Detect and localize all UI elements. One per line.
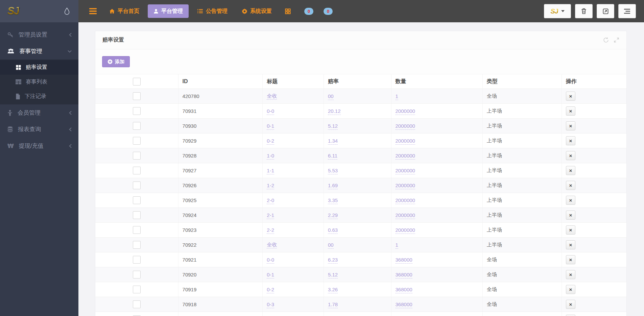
cell-odds-link[interactable]: 3.35 [328, 197, 338, 204]
sidebar-item-report-query[interactable]: 报表查询 [0, 121, 78, 138]
user-dropdown-button[interactable]: SJ [544, 4, 571, 18]
delete-row-button[interactable]: × [566, 255, 575, 264]
cell-title-link[interactable]: 1-2 [267, 183, 274, 189]
expand-icon[interactable] [614, 37, 619, 43]
hamburger-icon[interactable] [84, 8, 102, 14]
delete-row-button[interactable]: × [566, 106, 575, 116]
grid-icon[interactable] [280, 8, 295, 14]
cell-amount-link[interactable]: 2000000 [396, 138, 415, 145]
row-checkbox[interactable] [133, 107, 141, 115]
row-checkbox[interactable] [133, 300, 141, 308]
delete-row-button[interactable]: × [566, 121, 575, 130]
cell-title-link[interactable]: 全收 [267, 93, 277, 100]
notification-badge-2[interactable]: 0 [324, 8, 333, 15]
cell-odds-link[interactable]: 0.63 [328, 227, 338, 234]
row-checkbox[interactable] [133, 271, 141, 278]
sidebar-item-member-manage[interactable]: 会员管理 [0, 104, 78, 121]
nav-tab-platform-home[interactable]: 平台首页 [103, 4, 145, 18]
sidebar-subitem-bet-records[interactable]: 下注记录 [0, 89, 78, 104]
row-checkbox[interactable] [133, 286, 141, 293]
cell-odds-link[interactable]: 6.11 [328, 153, 337, 160]
row-checkbox[interactable] [133, 167, 141, 174]
cell-odds-link[interactable]: 1.34 [328, 138, 338, 145]
cell-amount-link[interactable]: 2000000 [396, 168, 415, 174]
delete-row-button[interactable]: × [566, 300, 575, 309]
delete-row-button[interactable]: × [566, 270, 575, 279]
menu-lines-button[interactable] [618, 4, 636, 18]
cell-amount-link[interactable]: 368000 [396, 287, 412, 293]
cell-amount-link[interactable]: 1 [396, 242, 398, 249]
cell-title-link[interactable]: 0-0 [267, 257, 274, 264]
refresh-icon[interactable] [603, 37, 609, 43]
delete-row-button[interactable]: × [566, 240, 575, 249]
cell-amount-link[interactable]: 368000 [396, 272, 412, 278]
cell-odds-link[interactable]: 20.12 [328, 108, 341, 115]
delete-row-button[interactable]: × [566, 92, 575, 101]
cell-amount-link[interactable]: 2000000 [396, 212, 415, 219]
cell-odds-link[interactable]: 5.53 [328, 168, 338, 174]
row-checkbox[interactable] [133, 92, 141, 100]
cell-odds-link[interactable]: 2.29 [328, 212, 338, 219]
cell-amount-link[interactable]: 2000000 [396, 227, 415, 234]
cell-odds-link[interactable]: 1.78 [328, 301, 338, 308]
row-checkbox[interactable] [133, 256, 141, 264]
external-link-button[interactable] [597, 4, 614, 18]
nav-tab-system-settings[interactable]: 系统设置 [236, 4, 278, 18]
cell-title-link[interactable]: 1-0 [267, 153, 274, 160]
row-checkbox[interactable] [133, 241, 141, 249]
notification-badge-1[interactable]: 0 [304, 8, 313, 15]
trash-button[interactable] [575, 4, 593, 18]
sidebar-subitem-odds-settings[interactable]: 赔率设置 [0, 60, 78, 75]
row-checkbox[interactable] [133, 196, 141, 204]
cell-amount-link[interactable]: 2000000 [396, 197, 415, 204]
cell-title-link[interactable]: 2-1 [267, 212, 274, 219]
cell-amount-link[interactable]: 2000000 [396, 183, 415, 189]
cell-amount-link[interactable]: 1 [396, 93, 398, 100]
cell-title-link[interactable]: 0-1 [267, 123, 274, 130]
cell-title-link[interactable]: 0-2 [267, 287, 274, 293]
delete-row-button[interactable]: × [566, 181, 575, 190]
nav-tab-announcement-manage[interactable]: 公告管理 [191, 4, 233, 18]
delete-row-button[interactable]: × [566, 211, 575, 220]
row-checkbox[interactable] [133, 137, 141, 145]
cell-amount-link[interactable]: 368000 [396, 257, 412, 264]
sidebar-item-withdraw-deposit[interactable]: ₩ 提现/充值 [0, 138, 78, 154]
cell-odds-link[interactable]: 5.12 [328, 272, 338, 278]
sidebar-item-admin-settings[interactable]: 管理员设置 [0, 26, 78, 43]
row-checkbox[interactable] [133, 152, 141, 160]
cell-amount-link[interactable]: 2000000 [396, 153, 415, 160]
cell-title-link[interactable]: 1-1 [267, 168, 274, 174]
cell-amount-link[interactable]: 2000000 [396, 123, 415, 130]
sidebar-subitem-match-list[interactable]: 赛事列表 [0, 75, 78, 89]
cell-odds-link[interactable]: 3.26 [328, 287, 338, 293]
row-checkbox[interactable] [133, 122, 141, 130]
cell-title-link[interactable]: 0-1 [267, 272, 274, 278]
row-checkbox[interactable] [133, 181, 141, 189]
delete-row-button[interactable]: × [566, 151, 575, 160]
delete-row-button[interactable]: × [566, 196, 575, 205]
delete-row-button[interactable]: × [566, 136, 575, 145]
cell-title-link[interactable]: 2-0 [267, 197, 274, 204]
cell-amount-link[interactable]: 368000 [396, 301, 412, 308]
cell-title-link[interactable]: 2-2 [267, 227, 274, 234]
select-all-checkbox[interactable] [133, 78, 141, 86]
row-checkbox[interactable] [133, 226, 141, 234]
cell-amount-link[interactable]: 2000000 [396, 108, 415, 115]
nav-tab-platform-manage[interactable]: 平台管理 [148, 4, 189, 18]
cell-odds-link[interactable]: 00 [328, 242, 334, 249]
cell-title-link[interactable]: 0-0 [267, 108, 274, 115]
delete-row-button[interactable]: × [566, 285, 575, 294]
cell-odds-link[interactable]: 1.69 [328, 183, 338, 189]
row-checkbox[interactable] [133, 211, 141, 219]
cell-title-link[interactable]: 0-2 [267, 138, 274, 145]
cell-odds-link[interactable]: 6.23 [328, 257, 338, 264]
add-button[interactable]: 添加 [102, 56, 130, 67]
cell-title-link[interactable]: 0-3 [267, 301, 274, 308]
sidebar-item-match-manage[interactable]: 赛事管理 [0, 43, 78, 59]
cell-title-link[interactable]: 全收 [267, 242, 277, 248]
delete-row-button[interactable]: × [566, 315, 575, 316]
cell-odds-link[interactable]: 5.12 [328, 123, 338, 130]
cell-odds-link[interactable]: 00 [328, 93, 334, 100]
delete-row-button[interactable]: × [566, 225, 575, 235]
delete-row-button[interactable]: × [566, 166, 575, 175]
